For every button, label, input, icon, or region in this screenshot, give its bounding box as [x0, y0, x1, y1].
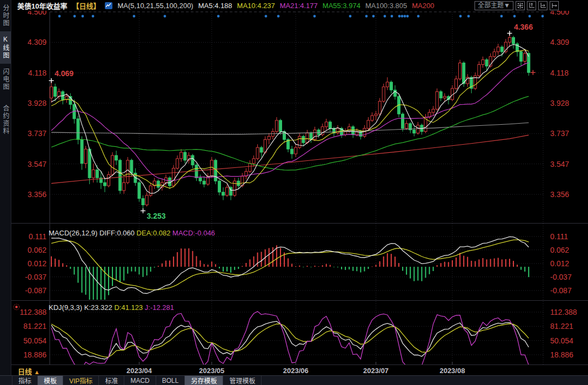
svg-text:0.012: 0.012	[550, 259, 569, 268]
svg-text:0.012: 0.012	[28, 259, 46, 268]
chart-area[interactable]: 4.0693.2534.3664.5004.5004.3094.3094.118…	[11, 11, 588, 364]
macd-params: MACD(26,12,9)	[49, 229, 97, 237]
price-annotation: 3.253	[147, 212, 166, 220]
sidebar-item-flash-chart[interactable]: 闪电图	[0, 64, 11, 95]
x-axis-month-label: 2023/07	[363, 367, 389, 375]
svg-text:50.054: 50.054	[23, 336, 46, 345]
triangle-up-icon: ▲	[34, 369, 40, 375]
x-axis-month-label: 2023/06	[283, 367, 309, 375]
ma-params-label: MA(5,10,21,55,100,200)	[117, 2, 193, 10]
macd-panel-header: MACD(26,12,9) DIFF:0.060 DEA:0.082 MACD:…	[49, 229, 215, 237]
macd-layer	[51, 237, 529, 302]
theme-dropdown[interactable]: 全部主题▼	[475, 1, 513, 10]
svg-text:3.547: 3.547	[28, 160, 46, 168]
svg-text:3.928: 3.928	[28, 99, 46, 107]
svg-text:3.356: 3.356	[28, 190, 46, 199]
svg-text:3.356: 3.356	[550, 190, 569, 199]
tab-vip-indicators[interactable]: VIP指标	[63, 376, 99, 385]
price-annotation: 4.069	[55, 69, 74, 78]
svg-text:-0.087: -0.087	[25, 286, 46, 295]
svg-text:3.928: 3.928	[550, 99, 569, 107]
bottom-tabbar: 指标 模板 VIP指标 标准 MACD BOLL 另存模板 管理模板	[0, 375, 588, 385]
svg-text:4.309: 4.309	[28, 38, 46, 46]
ma100-value: MA100:3.805	[365, 2, 407, 10]
kdj-j-value: J:-12.281	[145, 303, 174, 312]
svg-text:81.221: 81.221	[23, 322, 46, 330]
svg-text:-0.087: -0.087	[550, 286, 572, 295]
tab-macd[interactable]: MACD	[124, 376, 156, 385]
header-toolbar: 全部主题▼	[475, 1, 588, 10]
collapse-right-icon[interactable]	[550, 1, 559, 10]
svg-text:50.054: 50.054	[550, 336, 573, 345]
svg-text:3.737: 3.737	[28, 129, 46, 138]
x-axis-scale-icon[interactable]	[538, 1, 547, 10]
ma10-value: MA10:4.237	[237, 2, 275, 10]
svg-text:4.500: 4.500	[550, 11, 569, 16]
svg-text:-0.037: -0.037	[550, 273, 572, 281]
tab-manage-templates[interactable]: 管理模板	[223, 376, 262, 385]
svg-text:4.118: 4.118	[28, 69, 46, 77]
period-badge: 【日线】	[72, 1, 100, 11]
live-marker-icon	[13, 303, 20, 313]
ma21-value: MA21:4.177	[280, 2, 318, 10]
svg-text:4.118: 4.118	[550, 69, 569, 77]
x-axis-row: 日线 ▲ 2023/042023/052023/062023/072023/08	[11, 364, 588, 375]
pan-tool-icon[interactable]	[516, 1, 525, 10]
svg-text:112.388: 112.388	[19, 308, 46, 316]
kdj-panel-header: KDJ(9,3,3) K:23.322 D:41.123 J:-12.281	[49, 303, 174, 312]
kdj-d-value: D:41.123	[114, 303, 143, 312]
svg-text:4.309: 4.309	[550, 38, 569, 46]
svg-text:0.111: 0.111	[29, 232, 46, 241]
macd-diff-value: DIFF:0.060	[99, 229, 135, 237]
macd-hist-value: MACD:-0.046	[172, 229, 215, 237]
tab-boll[interactable]: BOLL	[156, 376, 185, 385]
trading-app: 分时图 K线图 闪电图 合约资料 美债10年收益率 【日线】 MA(5,10,2…	[0, 0, 588, 385]
svg-text:18.886: 18.886	[23, 350, 46, 359]
y-axis-scale-icon[interactable]	[527, 1, 536, 10]
left-sidebar: 分时图 K线图 闪电图 合约资料	[0, 0, 11, 385]
ma55-value: MA55:3.974	[323, 2, 360, 10]
tab-standard[interactable]: 标准	[99, 376, 124, 385]
sidebar-item-kline-chart[interactable]: K线图	[0, 31, 11, 64]
svg-text:0.062: 0.062	[28, 246, 46, 254]
candles-layer	[50, 33, 530, 211]
x-axis-month-label: 2023/04	[126, 367, 152, 375]
x-axis-month-label: 2023/05	[199, 367, 224, 375]
ma200-value: MA200	[412, 2, 434, 10]
x-axis-month-label: 2023/08	[439, 367, 465, 375]
ma5-value: MA5:4.188	[198, 2, 232, 10]
price-annotation: 4.366	[514, 23, 533, 31]
chart-icon	[105, 2, 112, 9]
kdj-k-value: K:23.322	[84, 303, 112, 312]
tab-templates[interactable]: 模板	[38, 376, 63, 385]
svg-text:18.886: 18.886	[550, 350, 573, 359]
ma-lines	[51, 44, 529, 193]
instrument-title: 美债10年收益率	[17, 1, 67, 11]
sidebar-item-contract-info[interactable]: 合约资料	[0, 100, 11, 139]
svg-text:3.737: 3.737	[550, 129, 569, 138]
tab-indicators[interactable]: 指标	[12, 376, 38, 385]
svg-text:3.547: 3.547	[550, 160, 569, 168]
tab-save-template[interactable]: 另存模板	[185, 376, 223, 385]
sidebar-item-time-chart[interactable]: 分时图	[0, 0, 11, 31]
kdj-params: KDJ(9,3,3)	[49, 303, 82, 312]
chart-header: 美债10年收益率 【日线】 MA(5,10,21,55,100,200) MA5…	[11, 0, 588, 11]
macd-dea-value: DEA:0.082	[137, 229, 171, 237]
svg-text:81.221: 81.221	[550, 322, 573, 330]
svg-text:4.500: 4.500	[28, 11, 46, 16]
svg-text:0.062: 0.062	[550, 246, 569, 254]
svg-text:0.111: 0.111	[550, 232, 568, 241]
kdj-layer	[51, 312, 529, 364]
svg-text:-0.037: -0.037	[25, 273, 46, 281]
svg-text:112.388: 112.388	[550, 308, 577, 316]
event-dots	[58, 15, 544, 18]
